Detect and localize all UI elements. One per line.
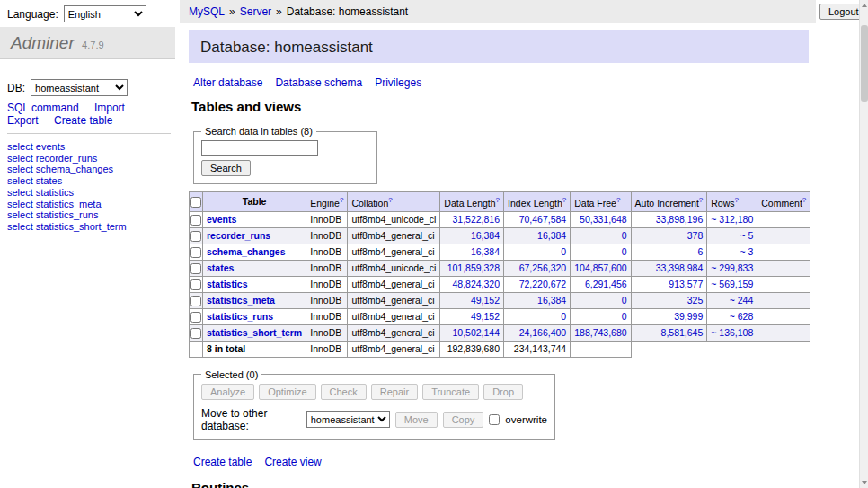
- auto-increment-link[interactable]: 378: [687, 230, 704, 241]
- db-select[interactable]: homeassistant: [31, 79, 128, 96]
- data-free-link[interactable]: 104,857,600: [574, 262, 626, 273]
- auto-increment-link[interactable]: 325: [687, 295, 704, 306]
- database-action-link[interactable]: Database schema: [275, 76, 362, 89]
- table-name-link[interactable]: recorder_runs: [207, 230, 270, 241]
- table-name-link[interactable]: schema_changes: [207, 246, 286, 257]
- row-checkbox[interactable]: [190, 215, 201, 226]
- create-link[interactable]: Create view: [264, 456, 321, 468]
- sidebar-link-import[interactable]: Import: [94, 102, 125, 114]
- move-db-select[interactable]: homeassistant: [306, 411, 390, 428]
- row-checkbox[interactable]: [190, 247, 201, 258]
- search-input[interactable]: [201, 140, 318, 156]
- sidebar-table-link[interactable]: select schema_changes: [7, 164, 171, 175]
- help-link[interactable]: ?: [340, 196, 343, 204]
- rows-count-link[interactable]: ~ 244: [730, 295, 754, 306]
- rows-count-link[interactable]: ~ 3: [740, 246, 753, 257]
- data-length-link[interactable]: 16,384: [471, 230, 500, 241]
- data-free-link[interactable]: 0: [622, 230, 627, 241]
- sidebar-table-link[interactable]: select statistics_runs: [7, 209, 171, 221]
- data-free-link[interactable]: 0: [622, 295, 627, 306]
- sidebar-table-link[interactable]: select statistics_short_term: [7, 221, 171, 233]
- rows-count-link[interactable]: ~ 312,180: [711, 214, 753, 225]
- auto-increment-link[interactable]: 33,398,984: [656, 262, 704, 273]
- breadcrumb-link-server[interactable]: Server: [240, 5, 271, 18]
- search-button[interactable]: Search: [201, 160, 251, 176]
- cell-data-length: 31,522,816: [440, 211, 504, 227]
- language-select[interactable]: English: [64, 5, 146, 22]
- index-length-link[interactable]: 16,384: [537, 295, 566, 306]
- data-free-link[interactable]: 0: [622, 311, 627, 322]
- overwrite-checkbox[interactable]: [489, 414, 500, 425]
- app-name[interactable]: Adminer: [11, 33, 75, 52]
- auto-increment-link[interactable]: 913,577: [669, 279, 703, 289]
- auto-increment-link[interactable]: 8,581,645: [661, 327, 704, 338]
- scrollbar[interactable]: [859, 0, 868, 488]
- index-length-link[interactable]: 16,384: [537, 230, 566, 241]
- sidebar-table-link[interactable]: select events: [7, 141, 171, 153]
- help-link[interactable]: ?: [388, 196, 392, 204]
- help-link[interactable]: ?: [802, 196, 806, 204]
- rows-count-link[interactable]: ~ 628: [730, 311, 754, 322]
- help-link[interactable]: ?: [562, 196, 566, 204]
- sidebar-table-link[interactable]: select statistics_meta: [7, 199, 171, 210]
- table-name-link[interactable]: statistics_runs: [207, 311, 273, 322]
- table-header-row: Table Engine? Collation? Data Length? In…: [190, 192, 810, 212]
- table-name-link[interactable]: statistics: [207, 279, 248, 289]
- data-free-link[interactable]: 50,331,648: [580, 214, 627, 225]
- data-free-link[interactable]: 0: [622, 246, 627, 257]
- data-length-link[interactable]: 31,522,816: [452, 214, 500, 225]
- data-length-link[interactable]: 16,384: [471, 246, 500, 257]
- table-name-link[interactable]: statistics_meta: [207, 295, 275, 306]
- sidebar-link-sql-command[interactable]: SQL command: [7, 102, 79, 114]
- index-length-link[interactable]: 67,256,320: [519, 262, 567, 273]
- scroll-down-arrow-icon[interactable]: [860, 477, 868, 488]
- data-free-link[interactable]: 188,743,680: [574, 327, 626, 338]
- data-length-link[interactable]: 49,152: [471, 295, 500, 306]
- help-link[interactable]: ?: [735, 196, 739, 204]
- sidebar-link-create-table[interactable]: Create table: [54, 114, 112, 127]
- select-all-checkbox[interactable]: [190, 197, 201, 208]
- rows-count-link[interactable]: ~ 569,159: [711, 279, 753, 289]
- auto-increment-link[interactable]: 39,999: [674, 311, 703, 322]
- scroll-up-arrow-icon[interactable]: [860, 0, 868, 11]
- data-length-link[interactable]: 10,502,144: [452, 327, 500, 338]
- data-length-link[interactable]: 101,859,328: [447, 262, 500, 273]
- sidebar-link-export[interactable]: Export: [7, 114, 39, 127]
- auto-increment-link[interactable]: 6: [697, 246, 703, 257]
- rows-count-link[interactable]: ~ 136,108: [711, 327, 753, 338]
- index-length-link[interactable]: 0: [561, 246, 566, 257]
- cell-data-length: 49,152: [440, 308, 504, 324]
- table-name-link[interactable]: events: [207, 214, 236, 225]
- rows-count-link[interactable]: ~ 5: [740, 230, 753, 241]
- index-length-link[interactable]: 0: [561, 311, 566, 322]
- row-checkbox[interactable]: [190, 279, 201, 290]
- help-link[interactable]: ?: [699, 196, 703, 204]
- help-link[interactable]: ?: [616, 196, 620, 204]
- index-length-link[interactable]: 72,220,672: [519, 279, 567, 289]
- row-checkbox[interactable]: [190, 328, 201, 339]
- create-link[interactable]: Create table: [193, 456, 252, 468]
- scrollbar-thumb[interactable]: [861, 25, 868, 102]
- auto-increment-link[interactable]: 33,898,196: [656, 214, 704, 225]
- table-name-link[interactable]: states: [207, 262, 234, 273]
- database-action-link[interactable]: Alter database: [193, 76, 262, 89]
- rows-count-link[interactable]: ~ 299,833: [711, 262, 753, 273]
- row-checkbox[interactable]: [190, 263, 201, 274]
- database-action-link[interactable]: Privileges: [375, 76, 421, 89]
- sidebar-table-link[interactable]: select states: [7, 175, 171, 187]
- sidebar-table-link[interactable]: select recorder_runs: [7, 153, 171, 164]
- row-checkbox[interactable]: [190, 312, 201, 323]
- index-length-link[interactable]: 70,467,584: [519, 214, 567, 225]
- data-length-link[interactable]: 49,152: [471, 311, 500, 322]
- tables-overview-table: Table Engine? Collation? Data Length? In…: [189, 191, 810, 358]
- cell-auto-increment: 33,398,984: [631, 260, 707, 276]
- data-length-link[interactable]: 48,824,320: [452, 279, 500, 289]
- breadcrumb-link-mysql[interactable]: MySQL: [189, 5, 225, 18]
- row-checkbox[interactable]: [190, 296, 201, 306]
- help-link[interactable]: ?: [496, 196, 500, 204]
- sidebar-table-link[interactable]: select statistics: [7, 187, 171, 199]
- row-checkbox[interactable]: [190, 231, 201, 242]
- index-length-link[interactable]: 24,166,400: [519, 327, 567, 338]
- data-free-link[interactable]: 6,291,456: [585, 279, 627, 289]
- table-name-link[interactable]: statistics_short_term: [207, 327, 302, 338]
